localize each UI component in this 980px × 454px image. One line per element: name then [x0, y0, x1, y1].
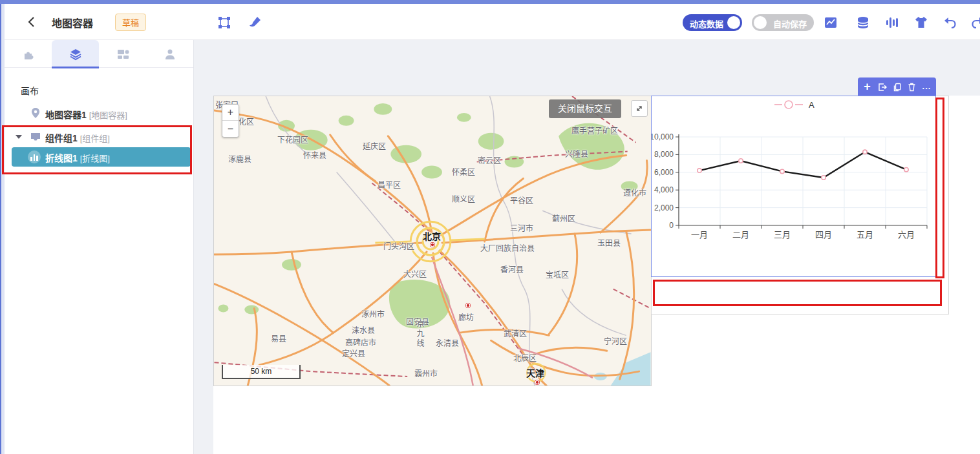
map-place-label: 门头沟区 [383, 240, 414, 251]
tab-user[interactable] [146, 40, 193, 68]
expand-map-button[interactable] [631, 100, 648, 117]
map-place-label: 涿鹿县 [228, 153, 251, 164]
tab-widgets[interactable] [99, 40, 146, 68]
tree-item-name: 组件组1 [组件组] [45, 131, 110, 144]
group-icon [29, 130, 42, 143]
toggle-knob [754, 16, 767, 29]
svg-text:A: A [809, 100, 815, 110]
widget-action-toolbar: + ... [858, 77, 936, 96]
map-place-label: 玉田县 [597, 237, 621, 248]
close-mouse-interaction-button[interactable]: 关闭鼠标交互 [549, 99, 621, 118]
city-marker-icon [465, 303, 471, 308]
map-place-label: 怀柔区 [452, 166, 475, 177]
chart-widget-container: 02,0004,0006,0008,00010,000一月二月三月四月五月六月A [651, 96, 949, 315]
map-pin-icon [29, 107, 42, 119]
map-place-label: 易县 [271, 333, 286, 344]
map-place-label: 兴隆县 [565, 148, 588, 159]
svg-text:二月: 二月 [732, 230, 749, 240]
map-place-label: 平谷区 [510, 194, 533, 205]
map-place-label: 大厂回族自治县 [480, 242, 535, 253]
status-badge: 草稿 [115, 14, 146, 31]
zoom-in-button[interactable]: + [222, 105, 239, 121]
bar-chart-icon[interactable] [884, 15, 900, 30]
export-icon[interactable] [877, 81, 888, 92]
map-place-label: 大兴区 [403, 268, 427, 279]
map-place-label: 下花园区 [277, 134, 308, 145]
map-place-label: 北京 [423, 229, 441, 242]
map-place-label: 定兴县 [342, 347, 365, 358]
svg-text:8,000: 8,000 [654, 150, 674, 159]
components-icon [21, 47, 36, 61]
map-place-label: 宝坻区 [546, 269, 569, 280]
map-place-label: 鹰手营子矿区 [571, 125, 618, 136]
map-place-label: 密云区 [478, 154, 501, 165]
map-place-label: 北辰区 [513, 352, 537, 363]
map-container-widget[interactable]: 张家口宣化区下花园区涿鹿县怀来县延庆区密云区兴隆县鹰手营子矿区怀柔区昌平区顺义区… [213, 96, 652, 386]
svg-text:4,000: 4,000 [654, 185, 674, 194]
map-place-label: 霸州市 [414, 367, 438, 378]
add-icon[interactable]: + [862, 81, 873, 92]
sidebar-tabbar [5, 40, 193, 68]
map-place-label: 延庆区 [363, 140, 386, 151]
tree-item-map-container[interactable]: 地图容器1 [地图容器] [5, 105, 193, 123]
line-chart-canvas: 02,0004,0006,0008,00010,000一月二月三月四月五月六月A [652, 96, 935, 276]
map-zoom-control: + − [222, 104, 239, 138]
top-header: 地图容器 草稿 动态数据 自动保存 [5, 4, 980, 40]
left-sidebar: 画布 地图容器1 [地图容器] 组件组1 [组件组] 折线图1 [折线图] [5, 40, 194, 454]
city-marker-icon [430, 242, 435, 247]
delete-icon[interactable] [906, 81, 917, 92]
svg-text:六月: 六月 [898, 230, 915, 240]
dynamic-data-toggle[interactable]: 动态数据 [683, 14, 742, 31]
map-scale-bar: 50 km [222, 365, 301, 379]
widgets-icon [116, 47, 130, 61]
svg-text:三月: 三月 [774, 230, 791, 240]
tree-item-line-chart[interactable]: 折线图1 [折线图] [12, 147, 191, 167]
expand-icon [634, 103, 644, 114]
undo-icon[interactable] [943, 15, 958, 30]
line-chart-widget[interactable]: 02,0004,0006,0008,00010,000一月二月三月四月五月六月A [651, 96, 936, 277]
clean-canvas-icon[interactable] [248, 15, 263, 30]
map-place-label: 高碑店市 [345, 336, 376, 347]
map-place-label: 武清区 [504, 327, 527, 338]
tree-item-name: 折线图1 [折线图] [45, 151, 110, 164]
svg-text:10,000: 10,000 [652, 132, 674, 141]
canvas-label: 画布 [21, 84, 39, 97]
expand-caret-icon[interactable] [16, 135, 22, 139]
svg-text:一月: 一月 [691, 230, 708, 240]
map-place-label: 香河县 [500, 263, 524, 274]
window-left-edge [0, 4, 5, 454]
map-place-label: 宁河区 [604, 335, 627, 346]
back-icon[interactable] [25, 14, 40, 30]
zoom-out-button[interactable]: − [222, 121, 239, 137]
autosave-label: 自动保存 [773, 17, 807, 30]
theme-icon[interactable] [913, 15, 929, 30]
marquee-select-icon[interactable] [217, 15, 232, 30]
tab-components[interactable] [5, 40, 52, 68]
map-place-label: 廊坊 [458, 311, 474, 322]
tree-item-group[interactable]: 组件组1 [组件组] [5, 128, 193, 146]
autosave-toggle[interactable]: 自动保存 [752, 14, 814, 31]
map-place-label: 顺义区 [452, 193, 475, 204]
svg-text:五月: 五月 [857, 230, 873, 240]
map-place-label: 蓟州区 [552, 212, 575, 223]
page-title: 地图容器 [52, 15, 93, 30]
line-chart-icon [28, 150, 41, 163]
more-icon[interactable]: ... [921, 81, 932, 92]
map-place-label: 天津 [526, 366, 544, 379]
svg-text:6,000: 6,000 [654, 168, 674, 177]
svg-text:2,000: 2,000 [654, 203, 674, 212]
map-place-label: 昌平区 [378, 179, 401, 190]
map-place-label: 永清县 [436, 337, 459, 348]
tab-layers[interactable] [52, 40, 99, 68]
city-marker-icon [535, 380, 540, 385]
duplicate-icon[interactable] [891, 81, 902, 92]
toggle-knob [727, 16, 740, 29]
chart-doc-icon[interactable] [823, 15, 838, 30]
redo-icon[interactable] [970, 15, 980, 30]
database-icon[interactable] [855, 15, 871, 30]
layers-icon [69, 47, 83, 61]
map-place-label: 三河市 [510, 222, 533, 233]
map-place-label: 涞水县 [352, 324, 375, 335]
svg-text:0: 0 [669, 221, 674, 230]
canvas-left-gutter [194, 40, 213, 454]
